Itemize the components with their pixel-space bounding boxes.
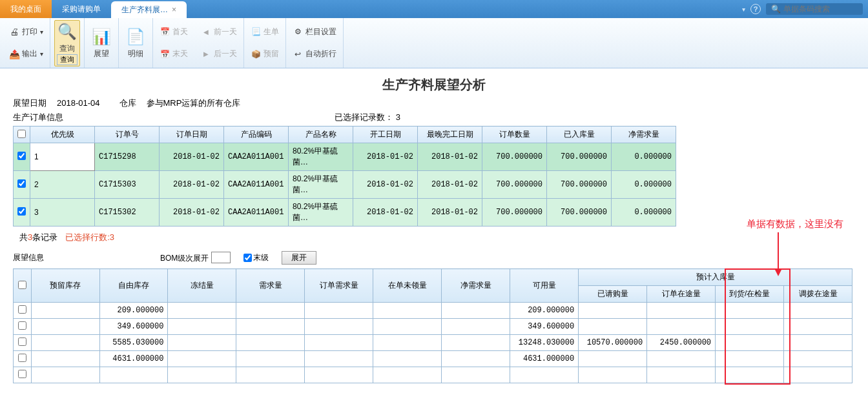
col-header[interactable]: 开工日期 — [353, 126, 418, 143]
prev-day-button[interactable]: 前一天 — [198, 25, 240, 39]
row-checkbox[interactable] — [18, 321, 26, 330]
tab-desktop[interactable]: 我的桌面 — [0, 0, 52, 18]
search-input[interactable] — [783, 5, 861, 14]
tab-production[interactable]: 生产齐料展… × — [111, 1, 187, 18]
cell-net — [442, 335, 510, 351]
checkbox[interactable] — [18, 281, 26, 289]
table-row[interactable] — [14, 367, 852, 383]
col-group-header[interactable]: 预计入库量 — [579, 269, 852, 286]
col-header[interactable]: 订单数量 — [482, 126, 547, 143]
col-header[interactable]: 产品名称 — [289, 126, 353, 143]
cell-qty: 700.000000 — [482, 199, 547, 227]
row-checkbox[interactable] — [18, 305, 26, 314]
col-header[interactable]: 订单在途量 — [647, 286, 716, 303]
col-header[interactable]: 自由库存 — [99, 269, 168, 303]
leaf-checkbox-label[interactable]: 末级 — [243, 252, 269, 263]
col-header[interactable]: 最晚完工日期 — [418, 126, 482, 143]
select-all[interactable] — [14, 126, 30, 143]
row-checkbox[interactable] — [17, 179, 26, 188]
cell-transfer — [784, 367, 852, 383]
label: 查询 — [59, 43, 75, 54]
table-row[interactable]: 349.600000 349.600000 — [14, 319, 852, 335]
select-all[interactable] — [14, 269, 32, 303]
detail-button[interactable]: 明细 — [123, 25, 149, 61]
search-box[interactable]: 🔍 — [766, 3, 863, 15]
label: 栏目设置 — [305, 26, 336, 37]
col-header[interactable]: 产品编码 — [224, 126, 289, 143]
col-header[interactable]: 可用量 — [510, 269, 579, 303]
cell-unissued — [373, 335, 442, 351]
help-icon[interactable]: ? — [750, 4, 761, 14]
cell-transit — [647, 367, 716, 383]
annotation-arrow-icon — [772, 232, 785, 277]
column-settings-button[interactable]: 栏目设置 — [290, 25, 339, 39]
cell-available: 4631.000000 — [510, 351, 579, 367]
cell-priority: 1 — [30, 143, 95, 171]
table-row[interactable]: 1 C1715298 2018-01-02 CAA2A011A001 80.2%… — [14, 143, 676, 171]
checkbox[interactable] — [17, 130, 26, 138]
box-icon — [251, 49, 261, 59]
col-header[interactable]: 订单日期 — [160, 126, 224, 143]
cell-demand — [236, 335, 305, 351]
table-row[interactable]: 209.000000 209.000000 — [14, 303, 852, 319]
selected-rows: 已选择行数:3 — [65, 232, 114, 243]
table-row[interactable]: 2 C1715303 2018-01-02 CAA2A011A001 80.2%… — [14, 171, 676, 199]
chevron-down-icon[interactable]: ▾ — [742, 6, 745, 13]
col-header[interactable]: 预留库存 — [31, 269, 99, 303]
generate-button[interactable]: 生单 — [248, 25, 282, 39]
export-button[interactable]: 输出▾ — [6, 47, 46, 61]
arrow-right-icon — [201, 49, 211, 59]
cell-arrived — [716, 319, 784, 335]
col-header[interactable]: 订单需求量 — [305, 269, 373, 303]
col-header[interactable]: 冻结量 — [168, 269, 236, 303]
table-row[interactable]: 4631.000000 4631.000000 — [14, 351, 852, 367]
reserve-button[interactable]: 预留 — [248, 47, 282, 61]
col-header[interactable]: 订单号 — [95, 126, 160, 143]
next-day-button[interactable]: 后一天 — [198, 47, 240, 61]
summary-bar: 共3条记录 已选择行数:3 — [0, 227, 868, 248]
cell-transit — [647, 351, 716, 367]
col-header[interactable]: 已入库量 — [547, 126, 612, 143]
close-icon[interactable]: × — [172, 5, 176, 14]
search-icon — [57, 21, 78, 42]
row-checkbox[interactable] — [18, 354, 26, 362]
cell-in: 700.000000 — [547, 171, 612, 199]
first-day-button[interactable]: 首天 — [157, 25, 191, 39]
leaf-checkbox[interactable] — [243, 254, 252, 262]
table-row[interactable]: 5585.030000 13248.030000 10570.000000 24… — [14, 335, 852, 351]
wrap-icon — [293, 49, 303, 59]
cell-qty: 700.000000 — [482, 143, 547, 171]
export-icon — [9, 49, 19, 59]
cell-demand — [236, 351, 305, 367]
expand-button[interactable]: 展开 — [282, 251, 316, 265]
cell-order-date: 2018-01-02 — [160, 171, 224, 199]
col-header[interactable]: 到货/在检量 — [716, 286, 784, 303]
cell-free: 4631.000000 — [99, 351, 168, 367]
tab-label: 采购请购单 — [62, 4, 101, 15]
tab-purchase[interactable]: 采购请购单 — [52, 0, 111, 18]
row-checkbox[interactable] — [17, 152, 26, 160]
col-header[interactable]: 在单未领量 — [373, 269, 442, 303]
row-checkbox[interactable] — [18, 338, 26, 346]
print-button[interactable]: 打印▾ — [6, 25, 46, 39]
col-header[interactable]: 净需求量 — [442, 269, 510, 303]
bom-level-input[interactable] — [211, 252, 231, 263]
outlook-button[interactable]: 展望 — [88, 25, 114, 61]
col-header[interactable]: 需求量 — [236, 269, 305, 303]
row-checkbox[interactable] — [18, 370, 26, 378]
last-day-button[interactable]: 末天 — [157, 47, 191, 61]
label: 自动折行 — [305, 48, 336, 59]
query-button[interactable]: 查询 查询 — [54, 20, 80, 66]
auto-wrap-button[interactable]: 自动折行 — [290, 47, 339, 61]
cell-priority: 2 — [30, 171, 95, 199]
col-header[interactable]: 调拨在途量 — [784, 286, 852, 303]
col-header[interactable]: 净需求量 — [612, 126, 676, 143]
row-checkbox[interactable] — [17, 207, 26, 216]
table-row[interactable]: 3 C1715302 2018-01-02 CAA2A011A001 80.2%… — [14, 199, 676, 227]
cell-in: 700.000000 — [547, 143, 612, 171]
col-header[interactable]: 已请购量 — [579, 286, 647, 303]
whs-value: 参与MRP运算的所有仓库 — [147, 98, 241, 108]
cell-arrived — [716, 335, 784, 351]
col-header[interactable]: 优先级 — [30, 126, 95, 143]
chevron-down-icon: ▾ — [40, 50, 43, 57]
